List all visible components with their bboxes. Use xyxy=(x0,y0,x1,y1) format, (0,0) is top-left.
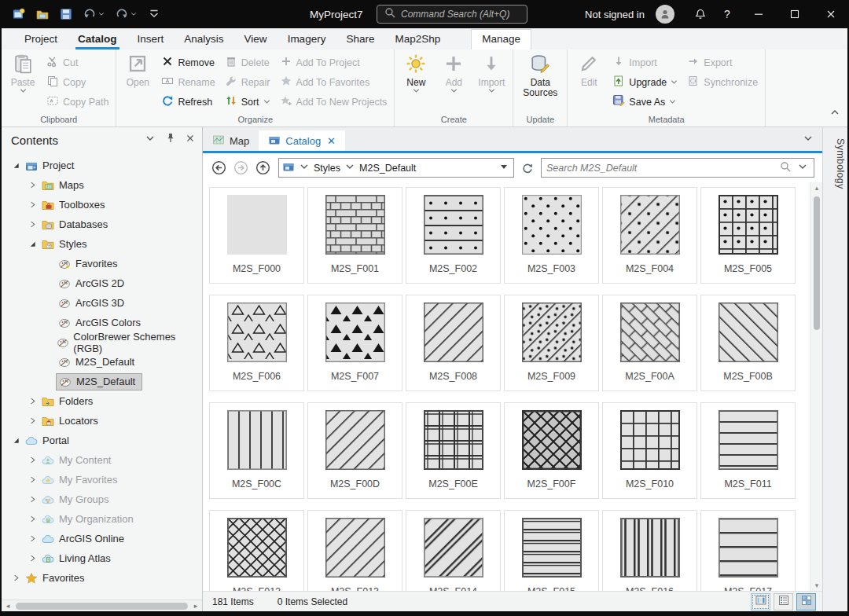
ribbon-button-delete[interactable]: Delete xyxy=(222,53,274,72)
forward-button[interactable] xyxy=(231,159,250,178)
expanded-icon[interactable] xyxy=(11,161,21,170)
ribbon-tab-imagery[interactable]: Imagery xyxy=(277,30,336,50)
contents-horizontal-scrollbar[interactable]: ◂ ▸ xyxy=(2,600,202,611)
view-tab-map[interactable]: Map xyxy=(203,130,259,151)
scroll-left-icon[interactable]: ◂ xyxy=(3,602,13,610)
ribbon-button-copy-path[interactable]: Copy Path xyxy=(43,92,112,112)
view-pane-menu-chevron-icon[interactable] xyxy=(802,132,814,148)
open-project-button[interactable] xyxy=(31,4,53,24)
style-item[interactable]: M2S_F00D xyxy=(307,402,402,499)
close-button[interactable] xyxy=(813,0,849,28)
chevron-down-icon[interactable] xyxy=(344,160,356,176)
tree-item-locators[interactable]: Locators xyxy=(2,411,202,431)
tree-item-my-favorites[interactable]: My Favorites xyxy=(2,470,202,490)
tree-item-m2s-default[interactable]: M2S_Default xyxy=(2,372,202,391)
ribbon-button-open[interactable]: Open xyxy=(120,51,155,88)
maximize-button[interactable] xyxy=(777,0,813,28)
tree-item-arcgis-3d[interactable]: ArcGIS 3D xyxy=(2,293,202,313)
ribbon-button-data-sources[interactable]: Data Sources xyxy=(517,51,563,98)
tree-item-arcgis-2d[interactable]: ArcGIS 2D xyxy=(2,273,202,293)
ribbon-button-import[interactable]: Import xyxy=(609,53,681,72)
style-item[interactable]: M2S_F002 xyxy=(406,187,501,284)
ribbon-tab-project[interactable]: Project xyxy=(14,30,68,50)
style-item[interactable]: M2S_F004 xyxy=(602,187,697,284)
tree-item-toolboxes[interactable]: Toolboxes xyxy=(2,195,202,214)
collapse-ribbon-button[interactable] xyxy=(829,106,841,122)
style-item[interactable]: M2S_F00A xyxy=(602,295,697,391)
ribbon-button-new[interactable]: New xyxy=(399,51,433,94)
collapsed-icon[interactable] xyxy=(28,515,38,523)
location-combobox[interactable]: Styles M2S_Default xyxy=(278,158,514,178)
collapsed-icon[interactable] xyxy=(28,416,38,425)
style-item[interactable]: M2S_F00C xyxy=(209,402,304,499)
scrollbar-thumb[interactable] xyxy=(16,603,188,610)
tree-item-favorites[interactable]: Favorites xyxy=(2,254,202,273)
ribbon-button-cut[interactable]: Cut xyxy=(43,53,112,72)
collapsed-icon[interactable] xyxy=(11,574,21,582)
command-search[interactable] xyxy=(377,5,527,24)
collapsed-icon[interactable] xyxy=(28,456,38,464)
ribbon-button-upgrade[interactable]: Upgrade xyxy=(609,72,681,92)
ribbon-tab-catalog[interactable]: Catalog xyxy=(68,30,127,50)
scroll-up-icon[interactable]: ▴ xyxy=(810,182,822,193)
style-item[interactable]: M2S_F006 xyxy=(209,295,304,391)
collapsed-icon[interactable] xyxy=(28,181,38,189)
style-item[interactable]: M2S_F00F xyxy=(504,402,599,499)
tree-item-my-organization[interactable]: My Organization xyxy=(2,509,202,529)
tree-item-portal[interactable]: Portal xyxy=(2,431,202,450)
chevron-down-icon[interactable] xyxy=(796,160,809,176)
tree-item-living-atlas[interactable]: Living Atlas xyxy=(2,548,202,568)
style-item[interactable]: M2S_F011 xyxy=(700,402,796,499)
collapsed-icon[interactable] xyxy=(28,397,38,405)
ribbon-button-import[interactable]: Import xyxy=(474,51,509,94)
tree-item-colorbrewer-schemes-rgb[interactable]: ColorBrewer Schemes (RGB) xyxy=(2,332,202,352)
chevron-down-icon[interactable] xyxy=(98,12,105,16)
dropdown-triangle-icon[interactable] xyxy=(498,160,510,176)
minimize-button[interactable] xyxy=(741,0,777,28)
ribbon-button-repair[interactable]: Repair xyxy=(222,72,274,92)
style-item[interactable]: M2S_F013 xyxy=(307,510,402,591)
style-item[interactable]: M2S_F007 xyxy=(307,295,402,391)
chevron-down-icon[interactable] xyxy=(130,12,137,16)
ribbon-button-refresh[interactable]: Refresh xyxy=(158,92,218,112)
style-item[interactable]: M2S_F000 xyxy=(209,187,304,284)
details-view-button[interactable] xyxy=(751,593,770,610)
tree-item-my-groups[interactable]: My Groups xyxy=(2,490,202,509)
redo-button[interactable] xyxy=(111,4,142,24)
sign-in-status[interactable]: Not signed in xyxy=(585,9,645,20)
collapsed-icon[interactable] xyxy=(28,220,38,229)
style-item[interactable]: M2S_F003 xyxy=(504,187,599,284)
ribbon-tab-view[interactable]: View xyxy=(234,30,277,50)
list-view-button[interactable] xyxy=(774,593,793,610)
collapsed-icon[interactable] xyxy=(28,495,38,504)
tree-item-maps[interactable]: Maps xyxy=(2,175,202,195)
undo-button[interactable] xyxy=(79,4,109,24)
catalog-search[interactable] xyxy=(541,158,814,178)
help-icon[interactable]: ? xyxy=(714,0,741,28)
ribbon-button-save-as[interactable]: Save As xyxy=(609,92,681,112)
breadcrumb-current[interactable]: M2S_Default xyxy=(359,163,416,174)
ribbon-button-rename[interactable]: Rename xyxy=(158,72,218,92)
back-button[interactable] xyxy=(209,159,228,178)
ribbon-button-remove[interactable]: Remove xyxy=(158,53,218,72)
ribbon-button-sort[interactable]: Sort xyxy=(222,92,274,112)
expanded-icon[interactable] xyxy=(11,436,21,445)
style-item[interactable]: M2S_F001 xyxy=(307,187,402,284)
tree-item-arcgis-online[interactable]: ArcGIS Online xyxy=(2,529,202,548)
style-item[interactable]: M2S_F00E xyxy=(406,402,501,499)
notifications-bell-icon[interactable] xyxy=(687,0,714,28)
style-item[interactable]: M2S_F00B xyxy=(700,295,796,391)
view-tab-catalog[interactable]: Catalog✕ xyxy=(259,130,345,151)
style-item[interactable]: M2S_F009 xyxy=(504,295,599,391)
close-pane-icon[interactable] xyxy=(185,133,196,147)
style-item[interactable]: M2S_F005 xyxy=(700,187,796,284)
style-item[interactable]: M2S_F008 xyxy=(406,295,501,391)
ribbon-tab-insert[interactable]: Insert xyxy=(127,30,175,50)
ribbon-button-add-to-project[interactable]: Add To Project xyxy=(277,53,391,72)
collapsed-icon[interactable] xyxy=(28,554,38,563)
tree-item-favorites[interactable]: Favorites xyxy=(2,568,202,588)
tree-item-my-content[interactable]: My Content xyxy=(2,450,202,470)
pin-icon[interactable] xyxy=(164,132,177,148)
ribbon-tab-map2shp[interactable]: Map2Shp xyxy=(384,30,450,50)
vertical-scrollbar[interactable]: ▴ ▾ xyxy=(810,182,822,591)
